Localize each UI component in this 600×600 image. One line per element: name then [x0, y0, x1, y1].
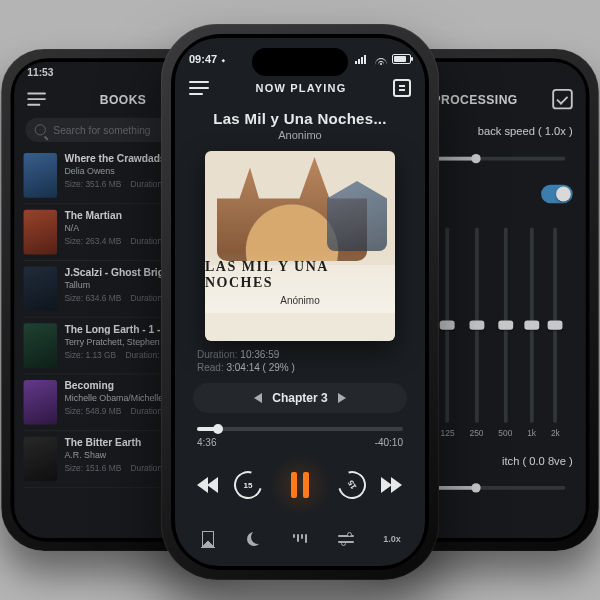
track-title: Las Mil y Una Noches... [189, 110, 411, 127]
eq-slider-knob[interactable] [498, 320, 513, 329]
cast-icon[interactable] [289, 528, 311, 550]
menu-icon[interactable] [189, 81, 209, 95]
skip-back-icon[interactable] [195, 470, 225, 500]
book-size: Size: 1.13 GB [64, 350, 116, 359]
chapter-label: Chapter 3 [272, 391, 327, 405]
read-progress: 3:04:14 ( 29% ) [226, 362, 294, 373]
chapter-next-icon[interactable] [338, 393, 346, 403]
book-cover [24, 267, 57, 312]
playback-progress[interactable]: 4:36 -40:10 [175, 417, 425, 448]
book-cover [24, 380, 57, 425]
transport-controls: 15 15 [175, 448, 425, 518]
skip-forward-icon[interactable] [375, 470, 405, 500]
eq-slider-knob[interactable] [524, 320, 539, 329]
book-cover [24, 153, 57, 198]
eq-slider-knob[interactable] [469, 320, 484, 329]
search-placeholder: Search for something [53, 124, 150, 135]
rewind-15-icon[interactable]: 15 [229, 466, 267, 504]
book-size: Size: 263.4 MB [64, 237, 121, 246]
confirm-icon[interactable] [552, 89, 572, 109]
pitch-label: itch ( 0.0 8ve ) [502, 454, 573, 467]
eq-slider-knob[interactable] [440, 320, 455, 329]
secondary-controls: 1.0x [175, 518, 425, 550]
book-cover [24, 437, 57, 482]
wifi-icon [374, 54, 387, 65]
progress-knob[interactable] [213, 424, 223, 434]
track-header: Las Mil y Una Noches... Anonimo [175, 110, 425, 141]
status-time: 11:53 [27, 67, 53, 78]
book-cover [24, 210, 57, 255]
read-row: Read: 3:04:14 ( 29% ) [175, 362, 425, 373]
album-art: LAS MIL Y UNA NOCHES Anónimo [205, 151, 395, 341]
playback-speed-label: back speed ( 1.0x ) [478, 125, 573, 138]
cover-author: Anónimo [280, 295, 319, 306]
track-artist: Anonimo [189, 129, 411, 141]
total-duration: 10:36:59 [240, 349, 279, 360]
screen-title: BOOKS [100, 92, 147, 106]
pause-button[interactable] [271, 456, 329, 514]
phone-center-nowplaying: 09:47 ⬩ NOW PLAYING Las Mil y Una Noches… [161, 24, 439, 580]
bookmark-icon[interactable] [197, 528, 219, 550]
sleep-timer-icon[interactable] [243, 528, 265, 550]
book-size: Size: 351.6 MB [64, 180, 121, 189]
status-time: 09:47 ⬩ [189, 53, 227, 65]
book-cover [24, 323, 57, 368]
battery-icon [392, 54, 411, 64]
eq-band-label: 125 [441, 428, 455, 437]
time-remaining: -40:10 [375, 437, 403, 448]
eq-band[interactable]: 1k [527, 227, 536, 437]
eq-band-label: 250 [469, 428, 483, 437]
equalizer-toggle[interactable] [541, 185, 573, 204]
eq-band-label: 1k [527, 428, 536, 437]
chapter-prev-icon[interactable] [254, 393, 262, 403]
book-size: Size: 548.9 MB [64, 407, 121, 416]
equalizer-icon[interactable] [335, 528, 357, 550]
book-size: Size: 151.6 MB [64, 464, 121, 473]
eq-band[interactable]: 2k [551, 227, 560, 437]
screen-title: PROCESSING [432, 92, 517, 106]
time-elapsed: 4:36 [197, 437, 216, 448]
forward-15-icon[interactable]: 15 [333, 466, 371, 504]
library-icon[interactable] [393, 79, 411, 97]
book-size: Size: 634.6 MB [64, 293, 121, 302]
eq-slider-knob[interactable] [548, 320, 563, 329]
eq-band[interactable]: 500 [498, 227, 512, 437]
eq-band[interactable]: 250 [469, 227, 483, 437]
dynamic-island [252, 48, 348, 76]
eq-band-label: 500 [498, 428, 512, 437]
cover-title: LAS MIL Y UNA NOCHES [205, 259, 395, 291]
duration-row: Duration: 10:36:59 [175, 349, 425, 360]
chapter-selector[interactable]: Chapter 3 [193, 383, 407, 413]
signal-icon [355, 54, 369, 64]
eq-band[interactable]: 125 [441, 227, 455, 437]
playback-speed-button[interactable]: 1.0x [381, 528, 403, 550]
eq-band-label: 2k [551, 428, 560, 437]
menu-icon[interactable] [27, 93, 46, 106]
search-icon [35, 124, 46, 135]
screen-title: NOW PLAYING [255, 82, 346, 94]
